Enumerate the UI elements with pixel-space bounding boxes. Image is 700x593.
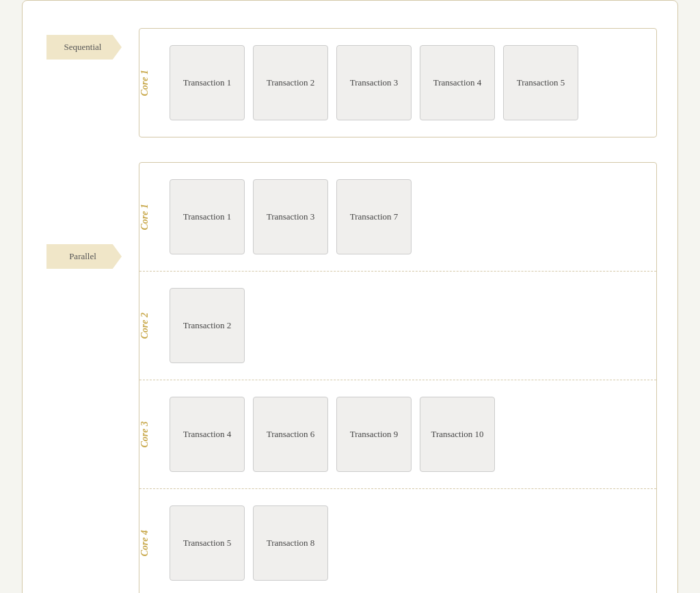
transaction-box: Transaction 10 <box>420 397 495 472</box>
transaction-box: Transaction 4 <box>420 45 495 120</box>
transaction-box: Transaction 2 <box>253 45 328 120</box>
core-row: Core 2Transaction 2 <box>139 272 656 380</box>
transactions-list: Transaction 2 <box>164 282 250 369</box>
sequential-section: Sequential Core 1Transaction 1Transactio… <box>43 28 657 137</box>
page-container: Sequential Core 1Transaction 1Transactio… <box>22 0 678 593</box>
transactions-list: Transaction 4Transaction 6Transaction 9T… <box>164 391 500 477</box>
transactions-list: Transaction 1Transaction 2Transaction 3T… <box>164 40 584 126</box>
core-label: Core 2 <box>139 307 164 345</box>
sequential-arrow: Sequential <box>43 35 125 60</box>
sequential-label: Sequential <box>46 35 122 60</box>
core-row: Core 4Transaction 5Transaction 8 <box>139 489 656 593</box>
core-row: Core 1Transaction 1Transaction 2Transact… <box>139 29 656 137</box>
core-label: Core 3 <box>139 416 164 453</box>
parallel-label: Parallel <box>46 244 122 269</box>
transaction-box: Transaction 7 <box>336 179 412 254</box>
transaction-box: Transaction 1 <box>170 179 245 254</box>
parallel-section: Parallel Core 1Transaction 1Transaction … <box>43 162 657 593</box>
transaction-box: Transaction 4 <box>170 397 245 472</box>
transaction-box: Transaction 2 <box>170 288 245 363</box>
core-row: Core 1Transaction 1Transaction 3Transact… <box>139 163 656 272</box>
transaction-box: Transaction 5 <box>503 45 578 120</box>
core-label: Core 1 <box>139 198 164 236</box>
core-label: Core 1 <box>139 64 164 102</box>
transactions-list: Transaction 1Transaction 3Transaction 7 <box>164 174 417 260</box>
transaction-box: Transaction 6 <box>253 397 328 472</box>
transaction-box: Transaction 3 <box>336 45 412 120</box>
parallel-cores-wrapper: Core 1Transaction 1Transaction 3Transact… <box>139 162 657 593</box>
core-row: Core 3Transaction 4Transaction 6Transact… <box>139 380 656 489</box>
transaction-box: Transaction 9 <box>336 397 412 472</box>
transactions-list: Transaction 5Transaction 8 <box>164 500 334 586</box>
core-label: Core 4 <box>139 525 164 562</box>
parallel-arrow: Parallel <box>43 244 125 269</box>
transaction-box: Transaction 8 <box>253 505 328 581</box>
transaction-box: Transaction 5 <box>170 505 245 581</box>
transaction-box: Transaction 1 <box>170 45 245 120</box>
sequential-cores-wrapper: Core 1Transaction 1Transaction 2Transact… <box>139 28 657 137</box>
transaction-box: Transaction 3 <box>253 179 328 254</box>
